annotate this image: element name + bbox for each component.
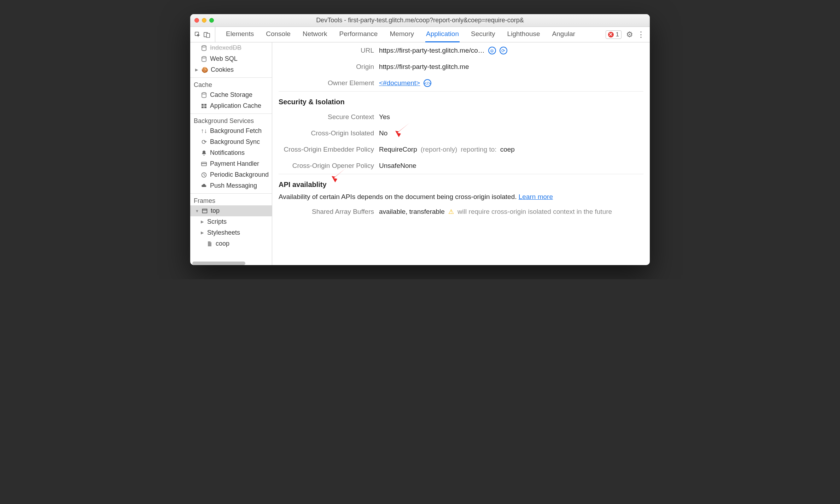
sidebar-item-notifications[interactable]: Notifications xyxy=(190,147,272,158)
sidebar-item-cache-storage[interactable]: Cache Storage xyxy=(190,89,272,100)
sidebar-item-stylesheets[interactable]: ▶ Stylesheets xyxy=(190,227,272,238)
sidebar-item-push[interactable]: Push Messaging xyxy=(190,180,272,191)
origin-label: Origin xyxy=(279,63,374,71)
cross-origin-isolated-label: Cross-Origin Isolated xyxy=(279,129,374,137)
sidebar-item-cookies[interactable]: ▶ 🍪 Cookies xyxy=(190,64,272,75)
chevron-right-icon: ▶ xyxy=(195,68,199,72)
svg-rect-7 xyxy=(204,104,206,106)
sidebar-label: coop xyxy=(216,240,229,247)
sab-value: available, transferable xyxy=(379,208,445,216)
sab-warning: will require cross-origin isolated conte… xyxy=(457,208,612,216)
tab-console[interactable]: Console xyxy=(265,27,291,42)
sidebar-label: Notifications xyxy=(210,149,245,157)
tab-memory[interactable]: Memory xyxy=(389,27,415,42)
sidebar-item-scripts[interactable]: ▶ Scripts xyxy=(190,216,272,227)
sidebar-item-periodic-bg[interactable]: Periodic Background xyxy=(190,169,272,180)
file-icon xyxy=(206,241,213,247)
gear-icon[interactable]: ⚙ xyxy=(626,31,633,38)
sidebar-group-bg: Background Services xyxy=(190,114,272,125)
sidebar-label: Scripts xyxy=(207,218,227,225)
reporting-value: coep xyxy=(500,146,515,153)
sidebar-group-cache: Cache xyxy=(190,78,272,89)
inspect-icon[interactable] xyxy=(194,31,201,38)
sidebar-item-bg-sync[interactable]: ⟳ Background Sync xyxy=(190,136,272,147)
clock-icon xyxy=(201,172,207,178)
sidebar-item-frame-top[interactable]: ▼ top xyxy=(190,205,272,216)
api-desc: Availability of certain APIs depends on … xyxy=(279,193,519,200)
svg-rect-8 xyxy=(202,106,204,108)
svg-rect-13 xyxy=(203,209,207,213)
learn-more-link[interactable]: Learn more xyxy=(519,193,553,200)
coop-label: Cross-Origin Opener Policy xyxy=(279,162,374,170)
tab-security[interactable]: Security xyxy=(470,27,496,42)
refresh-icon[interactable]: ⟳ xyxy=(500,47,507,54)
sidebar-label: Stylesheets xyxy=(207,229,240,236)
sidebar-item-indexeddb[interactable]: IndexedDB xyxy=(190,42,272,53)
chevron-right-icon: ▶ xyxy=(201,219,204,224)
url-value: https://first-party-test.glitch.me/co… xyxy=(379,47,485,54)
sidebar-group-frames: Frames xyxy=(190,194,272,205)
sidebar-label: Background Fetch xyxy=(210,127,262,135)
tab-network[interactable]: Network xyxy=(302,27,328,42)
chevron-down-icon: ▼ xyxy=(195,209,199,213)
secure-context-label: Secure Context xyxy=(279,113,374,121)
section-api-availability: API availablity xyxy=(279,174,643,192)
svg-point-5 xyxy=(202,92,206,94)
owner-element-label: Owner Element xyxy=(279,79,374,87)
cross-origin-isolated-value: No xyxy=(379,129,387,137)
devtools-window: DevTools - first-party-test.glitch.me/co… xyxy=(190,14,650,265)
sidebar-item-app-cache[interactable]: Application Cache xyxy=(190,100,272,111)
sidebar-label: Periodic Background xyxy=(210,171,269,178)
sidebar-item-bg-fetch[interactable]: ↑↓ Background Fetch xyxy=(190,125,272,136)
sidebar-label: Cache Storage xyxy=(210,91,252,99)
sidebar-label: IndexedDB xyxy=(210,44,241,52)
cookie-icon: 🍪 xyxy=(202,67,208,73)
sidebar-label: Web SQL xyxy=(210,55,238,63)
sidebar-label: Background Sync xyxy=(210,138,260,146)
kebab-menu-icon[interactable]: ⋮ xyxy=(638,31,644,38)
sync-icon: ⟳ xyxy=(201,139,207,145)
card-icon xyxy=(201,161,207,167)
coep-value: RequireCorp xyxy=(379,146,417,153)
devtools-tabbar: Elements Console Network Performance Mem… xyxy=(190,27,650,42)
error-count-badge[interactable]: ✕ 1 xyxy=(606,30,622,39)
section-security-isolation: Security & Isolation xyxy=(279,91,643,109)
error-count: 1 xyxy=(616,31,619,38)
sidebar-label: Application Cache xyxy=(210,102,261,110)
code-icon[interactable]: </> xyxy=(424,79,431,87)
svg-rect-9 xyxy=(204,106,206,108)
error-icon: ✕ xyxy=(608,32,614,37)
reporting-label: reporting to: xyxy=(461,146,496,153)
sidebar-label: top xyxy=(211,207,220,215)
sidebar-horizontal-scrollbar[interactable] xyxy=(192,262,270,265)
device-toggle-icon[interactable] xyxy=(204,31,210,38)
tab-application[interactable]: Application xyxy=(425,27,460,42)
sidebar-label: Cookies xyxy=(211,66,234,74)
secure-context-value: Yes xyxy=(379,113,390,121)
svg-rect-6 xyxy=(202,104,204,106)
url-label: URL xyxy=(279,47,374,54)
warning-icon: ⚠ xyxy=(448,208,454,216)
sidebar-item-websql[interactable]: Web SQL xyxy=(190,53,272,64)
coep-mode: (report-only) xyxy=(421,146,457,153)
chevron-right-icon: ▶ xyxy=(201,230,204,235)
origin-value: https://first-party-test.glitch.me xyxy=(379,63,469,71)
cloud-icon xyxy=(201,183,207,189)
svg-point-4 xyxy=(202,56,206,58)
tab-elements[interactable]: Elements xyxy=(225,27,255,42)
svg-point-3 xyxy=(202,45,206,47)
sidebar: IndexedDB Web SQL ▶ 🍪 Cookies Cache xyxy=(190,42,272,265)
copy-icon[interactable]: ⊜ xyxy=(488,47,496,54)
tab-angular[interactable]: Angular xyxy=(552,27,576,42)
updown-arrows-icon: ↑↓ xyxy=(201,128,207,134)
sidebar-label: Push Messaging xyxy=(210,182,257,189)
window-title: DevTools - first-party-test.glitch.me/co… xyxy=(190,17,650,24)
database-icon xyxy=(201,92,207,98)
tab-performance[interactable]: Performance xyxy=(339,27,379,42)
owner-element-link[interactable]: <#document> xyxy=(379,79,420,87)
frame-icon xyxy=(202,208,208,214)
sidebar-item-payment[interactable]: Payment Handler xyxy=(190,158,272,169)
tab-lighthouse[interactable]: Lighthouse xyxy=(507,27,541,42)
database-icon xyxy=(201,45,207,51)
sidebar-item-coop-file[interactable]: coop xyxy=(190,238,272,249)
